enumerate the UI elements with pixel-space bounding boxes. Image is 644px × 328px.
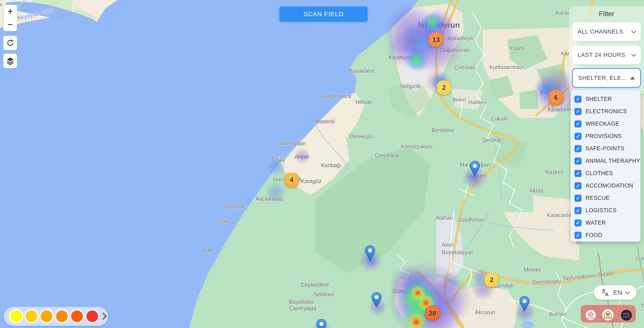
filter-category-row[interactable]: ✓FOOD [574, 229, 640, 241]
filter-category-label: RESCUE [586, 195, 610, 201]
map-pin[interactable] [371, 292, 382, 309]
filter-category-row[interactable]: ✓LOGISTICS [574, 204, 640, 217]
map-label: Melekli [524, 266, 541, 273]
house-hand-icon[interactable] [586, 310, 596, 320]
filter-category-row[interactable]: ✓SHELTER [574, 93, 640, 105]
map-label: İskenderun [418, 21, 460, 30]
map-label: Kurtlusarımazı [490, 64, 524, 70]
map-label: Büyükdere [349, 68, 374, 74]
category-dropdown-value: SHELTER, ELE... [578, 75, 626, 81]
map-label: e [0, 2, 2, 8]
channels-dropdown-value: ALL CHANNELS [578, 28, 624, 35]
checkbox-logistics[interactable]: ✓ [574, 207, 582, 214]
filter-category-row[interactable]: ✓SAFE-POINTS [574, 142, 640, 155]
map-label: Ceylandere [301, 281, 329, 288]
map-label: Aşkarbeyli [448, 35, 473, 42]
filter-category-row[interactable]: ✓PROVISIONS [574, 130, 640, 142]
map-label: Kale [203, 247, 214, 253]
time-range-dropdown[interactable]: LAST 24 HOURS [572, 46, 641, 64]
map-label: Benlidere [432, 127, 454, 133]
refresh-icon [6, 39, 14, 47]
language-selector[interactable]: 文 A EN [594, 285, 636, 300]
cluster-marker[interactable]: 2 [437, 81, 451, 95]
chevron-down-icon [632, 52, 636, 57]
chevron-up-icon [630, 77, 635, 80]
filter-category-row[interactable]: ✓ACCOMODATION [574, 180, 640, 192]
legend-expand-chevron-icon[interactable] [100, 313, 107, 320]
filter-category-label: CLOTHES [586, 170, 613, 177]
cluster-marker[interactable]: 13 [429, 32, 444, 47]
map-pin[interactable] [316, 319, 326, 328]
filter-category-row[interactable]: ✓WRECKAGE [574, 118, 640, 130]
filter-category-label: FOOD [586, 232, 602, 238]
map-label: Gökmeydan [277, 141, 306, 147]
checkbox-wreckage[interactable]: ✓ [574, 120, 582, 128]
map-label: Aktaş [530, 187, 544, 194]
filter-panel: Filter ALL CHANNELS LAST 24 HOURS SHELTE… [569, 6, 644, 94]
map-label: Yılanlı [510, 45, 525, 52]
legend-color-circle [9, 309, 23, 323]
cluster-marker[interactable]: 6 [548, 90, 564, 105]
checkbox-rescue[interactable]: ✓ [574, 195, 582, 202]
map-label: Çerçikaya [375, 152, 399, 158]
legend-color-circle [85, 309, 99, 323]
channels-dropdown[interactable]: ALL CHANNELS [572, 22, 641, 41]
map-label: Helvalı [356, 99, 372, 105]
map-label: Alahan [436, 215, 453, 221]
time-range-dropdown-value: LAST 24 HOURS [578, 52, 625, 58]
scan-field-button[interactable]: SCAN FIELD [280, 7, 368, 22]
map-label: Gaz [636, 255, 644, 262]
checkbox-electronics[interactable]: ✓ [574, 108, 582, 115]
map-pin[interactable] [519, 296, 530, 313]
map-label: Çakallı [491, 116, 508, 122]
map-pin[interactable] [365, 245, 375, 262]
map-label: Halilbey [468, 99, 487, 105]
filter-category-row[interactable]: ✓RESCUE [574, 192, 640, 204]
map-label: Avcılarsuyu [256, 196, 283, 202]
checkbox-animal-theraphy[interactable]: ✓ [574, 158, 582, 165]
map-pin[interactable] [470, 161, 480, 177]
filter-category-label: PROVISIONS [586, 133, 622, 139]
checkbox-shelter[interactable]: ✓ [574, 96, 582, 103]
filter-title: Filter [569, 10, 644, 18]
zoom-in-button[interactable]: + [4, 5, 17, 18]
filter-category-label: SAFE-POINTS [586, 145, 624, 152]
map-label: Işıklı [219, 218, 230, 225]
legend-color-circle [55, 309, 69, 323]
map-label: Konacık [225, 203, 244, 209]
house-heart-icon[interactable] [602, 309, 614, 320]
category-dropdown[interactable]: SHELTER, ELE... [572, 68, 641, 88]
checkbox-clothes[interactable]: ✓ [574, 170, 582, 177]
layers-icon [6, 57, 14, 66]
map-label: Akçalı [294, 154, 309, 160]
checkbox-safe-points[interactable]: ✓ [574, 145, 582, 152]
legend-color-circle [24, 309, 38, 323]
layers-button[interactable] [3, 54, 17, 68]
brand-badges-bar: dep rem [581, 305, 636, 322]
checkbox-food[interactable]: ✓ [574, 232, 582, 239]
filter-category-row[interactable]: ✓ELECTRONICS [574, 105, 640, 118]
zoom-control: + − [3, 5, 17, 31]
checkbox-provisions[interactable]: ✓ [574, 133, 582, 140]
zoom-out-button[interactable]: − [4, 18, 17, 31]
map-label: A [420, 312, 424, 318]
map-canvas[interactable]: eAkyayan GölüİskenderunAşkarbeyliDüğünyu… [0, 0, 644, 328]
checkbox-accomodation[interactable]: ✓ [574, 182, 582, 189]
map-label: Karahüseyinli [389, 55, 421, 61]
language-code: EN [613, 289, 622, 296]
cluster-marker[interactable]: 28 [425, 306, 440, 320]
filter-category-row[interactable]: ✓WATER [574, 217, 640, 229]
cluster-marker[interactable]: 2 [484, 273, 499, 287]
filter-category-row[interactable]: ✓ANIMAL THERAPHY [574, 155, 640, 167]
checkbox-water[interactable]: ✓ [574, 219, 582, 226]
filter-category-label: SHELTER [586, 96, 612, 102]
map-label: Nergizlik [400, 83, 421, 89]
deprem-logo[interactable]: dep rem [621, 310, 632, 321]
refresh-button[interactable] [3, 36, 17, 50]
cluster-marker[interactable]: 4 [284, 173, 299, 187]
map-label: H [641, 301, 644, 308]
filter-category-label: ACCOMODATION [586, 182, 633, 189]
map-label: Büyükoba Çamlıyayla [289, 299, 316, 312]
filter-category-row[interactable]: ✓CLOTHES [574, 167, 640, 180]
heat-legend [4, 307, 108, 326]
